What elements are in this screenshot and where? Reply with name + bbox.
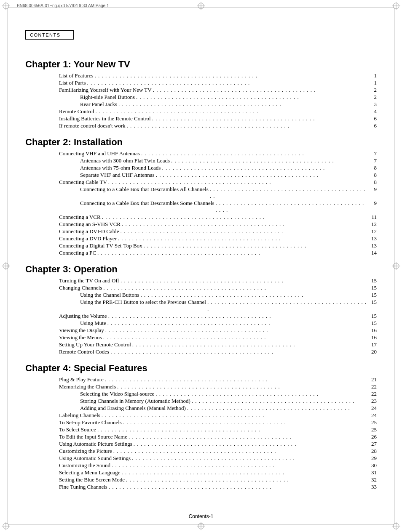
toc-label: Turning the TV On and Off — [59, 277, 119, 284]
toc-entry: Using Automatic Picture Settings . . . .… — [25, 441, 377, 447]
toc-dots: . . . . . . . . . . . . . . . . . . . . … — [97, 250, 367, 256]
toc-page: 31 — [368, 469, 377, 476]
toc-page: 11 — [368, 214, 377, 221]
toc-label: Storing Channels in Memory (Automatic Me… — [80, 398, 190, 404]
toc-dots: . . . . . . . . . . . . . . . . . . . . … — [108, 313, 367, 319]
toc-dots: . . . . . . . . . . . . . . . . . . . . … — [129, 434, 367, 440]
toc-entry: Connecting to a Cable Box that Descrambl… — [25, 200, 377, 213]
toc-dots: . . . . . . . . . . . . . . . . . . . . … — [187, 405, 367, 412]
toc-dots: . . . . . . . . . . . . . . . . . . . . … — [103, 334, 367, 341]
toc-label: Separate VHF and UHF Antennas — [80, 172, 155, 178]
toc-page: 16 — [368, 327, 377, 334]
toc-entry: Fine Tuning Channels . . . . . . . . . .… — [25, 484, 377, 490]
toc-entry: Connecting VHF and UHF Antennas . . . . … — [25, 150, 377, 157]
toc-label: To Edit the Input Source Name — [59, 434, 127, 440]
toc-page: 13 — [368, 242, 377, 249]
toc-entry: Turning the TV On and Off . . . . . . . … — [25, 277, 377, 284]
toc-page: 23 — [368, 398, 377, 404]
toc-entry: Antennas with 300-ohm Flat Twin Leads . … — [25, 157, 377, 164]
toc-page: 1 — [368, 80, 377, 86]
toc-dots: . . . . . . . . . . . . . . . . . . . . … — [192, 398, 367, 404]
toc-entry: Using the Channel Buttons . . . . . . . … — [25, 292, 377, 298]
toc-page: 7 — [368, 150, 377, 157]
toc-dots: . . . . . . . . . . . . . . . . . . . . … — [153, 87, 367, 93]
toc-dots: . . . . . . . . . . . . . . . . . . . . … — [95, 72, 367, 79]
toc-label: Connecting a VCR — [59, 214, 101, 221]
toc-label: Setting the Blue Screen Mode — [59, 476, 125, 483]
toc-dots: . . . . . . . . . . . . . . . . . . . . … — [156, 172, 367, 178]
toc-page: 1 — [368, 72, 377, 79]
toc-page: 15 — [368, 292, 377, 298]
toc-dots: . . . . . . . . . . . . . . . . . . . . … — [118, 235, 367, 242]
toc-label: Connecting a Digital TV Set-Top Box — [59, 242, 142, 249]
toc-label: Using the PRE-CH Button to select the Pr… — [80, 299, 206, 306]
toc-dots: . . . . . . . . . . . . . . . . . . . . … — [126, 476, 367, 483]
toc-entry: Connecting to a Cable Box that Descrambl… — [25, 186, 377, 200]
toc-dots: . . . . . . . . . . . . . . . . . . . . … — [207, 299, 367, 312]
toc-entry: List of Parts . . . . . . . . . . . . . … — [25, 80, 377, 86]
toc-page: 7 — [368, 157, 377, 164]
toc-entry: Connecting a Digital TV Set-Top Box . . … — [25, 242, 377, 249]
toc-dots: . . . . . . . . . . . . . . . . . . . . … — [134, 441, 367, 447]
reg-mark-ml — [2, 262, 10, 270]
toc-page: 4 — [368, 108, 377, 115]
reg-mark-bl — [2, 522, 10, 530]
contents-label: CONTENTS — [30, 32, 61, 37]
toc-page: 28 — [368, 448, 377, 455]
toc-page: 8 — [368, 179, 377, 186]
toc-dots: . . . . . . . . . . . . . . . . . . . . … — [95, 108, 367, 115]
toc-entry: Remote Control . . . . . . . . . . . . .… — [25, 108, 377, 115]
toc-label: Connecting a DVI-D Cable — [59, 228, 119, 235]
reg-mark-mb — [197, 522, 205, 530]
toc-page: 24 — [368, 412, 377, 419]
toc-dots: . . . . . . . . . . . . . . . . . . . . … — [102, 412, 367, 419]
toc-entry: To Edit the Input Source Name . . . . . … — [25, 434, 377, 440]
toc-dots: . . . . . . . . . . . . . . . . . . . . … — [127, 122, 367, 129]
toc-entry: Selecting the Video Signal-source . . . … — [25, 391, 377, 397]
chapter-title-1: Chapter 1: Your New TV — [25, 59, 377, 70]
toc-entry: Setting Up Your Remote Control . . . . .… — [25, 341, 377, 348]
toc-label: Connecting an S-VHS VCR — [59, 221, 121, 228]
toc-page: 15 — [368, 299, 377, 306]
toc-dots: . . . . . . . . . . . . . . . . . . . . … — [136, 94, 367, 101]
toc-label: Fine Tuning Channels — [59, 484, 107, 490]
toc-label: Remote Control Codes — [59, 348, 109, 355]
toc-label: Familiarizing Yourself with Your New TV — [59, 87, 152, 93]
toc-dots: . . . . . . . . . . . . . . . . . . . . … — [144, 242, 367, 249]
toc-page: 22 — [368, 391, 377, 397]
toc-dots: . . . . . . . . . . . . . . . . . . . . … — [103, 285, 367, 291]
toc-entry: Familiarizing Yourself with Your New TV … — [25, 87, 377, 93]
toc-label: Antennas with 75-ohm Round Leads — [80, 165, 161, 171]
toc-entry: To Select Source . . . . . . . . . . . .… — [25, 426, 377, 433]
toc-entry: Using the PRE-CH Button to select the Pr… — [25, 299, 377, 312]
toc-label: Setting Up Your Remote Control — [59, 341, 131, 348]
toc-entry: Installing Batteries in the Remote Contr… — [25, 115, 377, 122]
reg-mark-mr — [392, 262, 400, 270]
toc-dots: . . . . . . . . . . . . . . . . . . . . … — [110, 348, 367, 355]
toc-dots: . . . . . . . . . . . . . . . . . . . . … — [108, 179, 367, 186]
toc-dots: . . . . . . . . . . . . . . . . . . . . … — [155, 391, 367, 397]
chapter-title-4: Chapter 4: Special Features — [25, 363, 377, 374]
toc-entry: Selecting a Menu Language . . . . . . . … — [25, 469, 377, 476]
toc-label: Antennas with 300-ohm Flat Twin Leads — [80, 157, 170, 164]
toc-dots: . . . . . . . . . . . . . . . . . . . . … — [112, 462, 367, 469]
toc-page: 25 — [368, 419, 377, 426]
toc-entry: Remote Control Codes . . . . . . . . . .… — [25, 348, 377, 355]
toc-label: Rear Panel Jacks — [80, 101, 117, 108]
toc-page: 30 — [368, 462, 377, 469]
page-footer: Contents-1 — [0, 513, 402, 519]
toc-page: 6 — [368, 122, 377, 129]
toc-page: 13 — [368, 235, 377, 242]
toc-entry: Customizing the Picture . . . . . . . . … — [25, 448, 377, 455]
toc-page: 8 — [368, 172, 377, 178]
toc-label: Customizing the Sound — [59, 462, 110, 469]
reg-mark-mt — [197, 2, 205, 10]
toc-page: 2 — [368, 94, 377, 101]
toc-entry: Antennas with 75-ohm Round Leads . . . .… — [25, 165, 377, 171]
toc-dots: . . . . . . . . . . . . . . . . . . . . … — [140, 292, 367, 298]
toc-label: Connecting Cable TV — [59, 179, 107, 186]
toc-page: 33 — [368, 484, 377, 490]
chapter-title-2: Chapter 2: Installation — [25, 137, 377, 148]
toc-dots: . . . . . . . . . . . . . . . . . . . . … — [105, 327, 367, 334]
toc-dots: . . . . . . . . . . . . . . . . . . . . … — [121, 277, 367, 284]
